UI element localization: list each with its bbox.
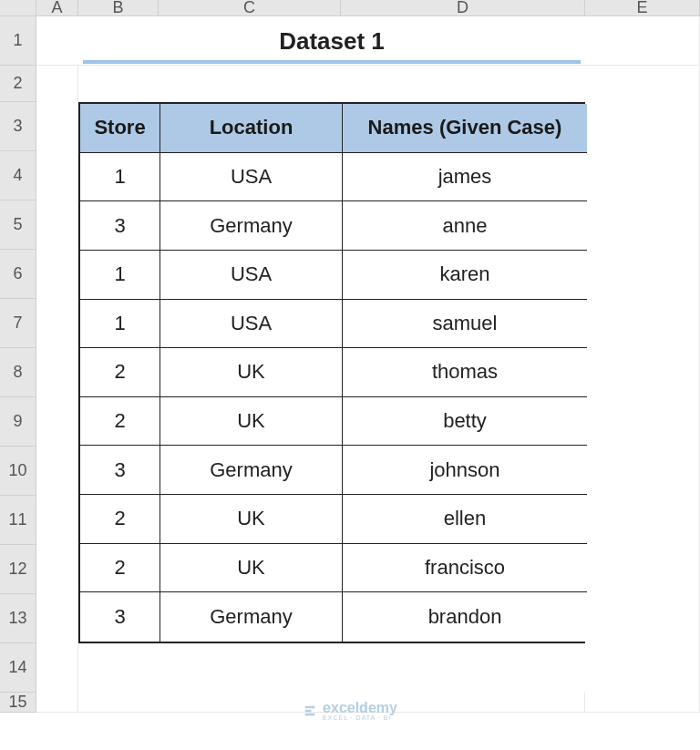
cell-name[interactable]: ellen	[343, 495, 587, 544]
cell-name[interactable]: francisco	[343, 544, 587, 593]
cell-name[interactable]: thomas	[343, 348, 587, 397]
cell-location[interactable]: Germany	[160, 201, 343, 251]
header-location[interactable]: Location	[160, 104, 343, 153]
cell-store[interactable]: 1	[80, 300, 160, 349]
title-underline	[83, 60, 581, 64]
col-header-d[interactable]: D	[341, 0, 585, 16]
col-header-a[interactable]: A	[36, 0, 78, 16]
cell-store[interactable]: 3	[80, 446, 160, 495]
col-header-c[interactable]: C	[159, 0, 341, 16]
cell-name[interactable]: james	[343, 153, 587, 202]
data-table: Store Location Names (Given Case) 1 USA …	[78, 102, 585, 643]
cell-location[interactable]: Germany	[160, 592, 343, 642]
cell-store[interactable]: 2	[80, 397, 160, 447]
row-header-6[interactable]: 6	[0, 250, 36, 299]
cell-name[interactable]: samuel	[343, 300, 587, 349]
row-header-13[interactable]: 13	[0, 594, 36, 643]
cell-store[interactable]: 1	[80, 251, 160, 300]
row-header-15[interactable]: 15	[0, 693, 36, 713]
row-header-3[interactable]: 3	[0, 102, 36, 151]
cell-store[interactable]: 3	[80, 592, 160, 642]
cell-location[interactable]: USA	[160, 153, 343, 202]
row-header-8[interactable]: 8	[0, 348, 36, 397]
col-header-e[interactable]: E	[585, 0, 700, 16]
row-header-2[interactable]: 2	[0, 66, 36, 102]
cell-location[interactable]: USA	[160, 251, 343, 300]
row-header-11[interactable]: 11	[0, 496, 36, 545]
cell-name[interactable]: betty	[343, 397, 587, 447]
cell-location[interactable]: UK	[160, 397, 343, 447]
cell-location[interactable]: USA	[160, 300, 343, 349]
header-names[interactable]: Names (Given Case)	[343, 104, 587, 153]
row-header-10[interactable]: 10	[0, 447, 36, 496]
row-header-12[interactable]: 12	[0, 545, 36, 594]
cell-store[interactable]: 2	[80, 348, 160, 397]
row-header-5[interactable]: 5	[0, 200, 36, 250]
cell-store[interactable]: 2	[80, 495, 160, 544]
cell-location[interactable]: UK	[160, 495, 343, 544]
watermark-sub: EXCEL · DATA · BI	[323, 714, 397, 721]
cell-location[interactable]: UK	[160, 544, 343, 593]
col-header-b[interactable]: B	[78, 0, 159, 16]
row15-bg[interactable]	[78, 693, 585, 713]
row-header-1[interactable]: 1	[0, 16, 36, 66]
row-header-14[interactable]: 14	[0, 643, 36, 693]
dataset-title-text: Dataset 1	[279, 27, 385, 56]
cell-store[interactable]: 1	[80, 153, 160, 202]
cell-store[interactable]: 2	[80, 544, 160, 593]
spreadsheet-grid: A B C D E 1 2 3 4 5 6 7 8 9 10 11 12 13 …	[0, 0, 700, 713]
cell-name[interactable]: karen	[343, 251, 587, 300]
cell-location[interactable]: Germany	[160, 446, 343, 495]
cell-name[interactable]: brandon	[343, 592, 587, 642]
dataset-title[interactable]: Dataset 1	[78, 16, 585, 66]
cell-name[interactable]: johnson	[343, 446, 587, 495]
cell-name[interactable]: anne	[343, 201, 587, 251]
header-store[interactable]: Store	[80, 104, 160, 153]
row-header-7[interactable]: 7	[0, 299, 36, 348]
cell-store[interactable]: 3	[80, 201, 160, 251]
row-header-9[interactable]: 9	[0, 397, 36, 447]
select-all-corner[interactable]	[0, 0, 36, 16]
col-e-bg[interactable]	[585, 66, 700, 713]
cell-location[interactable]: UK	[160, 348, 343, 397]
col-a-bg[interactable]	[36, 66, 78, 713]
row-header-4[interactable]: 4	[0, 151, 36, 200]
